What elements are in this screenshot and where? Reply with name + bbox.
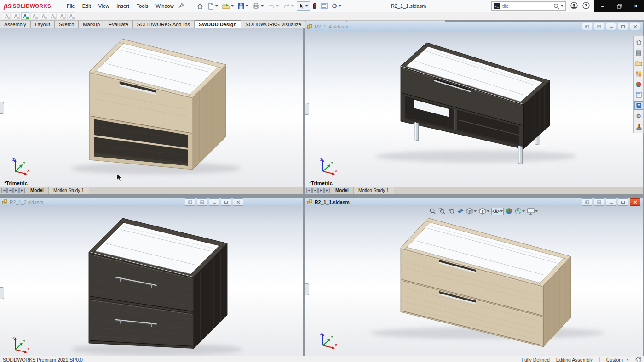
quickbar-a-tool-icon[interactable]: A [40,12,47,20]
print-button[interactable] [251,2,265,10]
cabinet-model-oak-drawers[interactable] [305,206,643,356]
new-document-button[interactable] [207,2,219,11]
close-viewport-button[interactable] [630,198,640,206]
viewport-titlebar[interactable]: R2_1_4.sldasm [305,22,643,31]
task-list-icon[interactable] [320,2,329,10]
minimize-window-button[interactable]: – [594,0,611,12]
viewport-canvas[interactable]: Z Y X [305,206,643,356]
pin-menu-icon[interactable] [178,3,184,9]
previous-view-icon[interactable] [447,207,455,215]
edit-appearance-icon[interactable] [505,207,513,215]
feature-pane-handle[interactable] [305,103,309,115]
resources-home-icon[interactable] [635,38,643,46]
command-tab[interactable]: SWOOD Design [195,20,242,28]
command-tab[interactable]: Evaluate [104,20,133,28]
pane-button-2[interactable] [197,198,207,206]
custom-properties-icon[interactable] [635,91,643,99]
pane-button-1[interactable] [582,23,592,30]
design-library-icon[interactable] [635,49,643,57]
cabinet-model-dark-legs[interactable] [305,31,643,187]
search-box[interactable]: >_ tile [491,1,566,11]
restore-window-button[interactable] [611,0,627,12]
swood-options-gears-icon[interactable]: ⚙ [635,112,643,120]
cabinet-model-dark-drawers[interactable] [0,206,303,356]
zoom-to-area-icon[interactable] [438,207,446,215]
viewport-titlebar-active[interactable]: R2_1_1.sldasm [305,198,643,206]
view-orientation-icon[interactable] [466,207,477,215]
apply-scene-icon[interactable] [514,207,525,215]
command-tab[interactable]: Layout [31,20,55,28]
command-tab[interactable]: SOLIDWORKS Visualize [241,20,305,28]
menu-item[interactable]: View [95,3,113,9]
command-tab[interactable]: Assembly [0,20,31,28]
menu-item[interactable]: File [63,3,79,9]
zoom-to-fit-icon[interactable] [429,207,437,215]
hide-show-items-icon[interactable] [491,208,504,215]
quickbar-a-tool-icon[interactable]: A [30,12,38,20]
pane-button-1[interactable] [185,198,196,206]
open-document-button[interactable] [221,2,235,11]
view-palette-icon[interactable] [635,70,643,78]
search-icon[interactable] [553,3,559,9]
model-tab[interactable]: Motion Study 1 [49,187,89,194]
quickbar-a-tool-icon[interactable]: A [3,12,11,20]
restore-viewport-button[interactable] [221,198,231,206]
redo-button[interactable] [282,2,295,10]
configuration-selector[interactable]: Custom [606,357,629,362]
feature-pane-handle[interactable] [0,287,4,299]
command-tab[interactable]: Markup [79,20,104,28]
feature-pane-handle[interactable] [0,102,4,114]
minimize-viewport-button[interactable] [606,198,616,206]
search-input[interactable]: tile [502,3,553,9]
close-viewport-button[interactable] [233,198,243,206]
stoplight-icon[interactable] [311,2,318,11]
options-gear-button[interactable]: ⚙ [330,2,343,10]
quickbar-a-tool-icon[interactable]: A [12,12,20,20]
pane-button-1[interactable] [582,198,592,206]
command-tab[interactable]: Sketch [55,20,79,28]
restore-viewport-button[interactable] [618,198,628,206]
file-explorer-icon[interactable] [635,59,643,67]
viewport-titlebar[interactable]: R2_1_2.sldasm [0,198,303,206]
tag-icon[interactable] [635,357,641,362]
minimize-viewport-button[interactable] [606,23,616,30]
quickbar-a-tool-icon[interactable]: A [49,12,57,20]
close-window-button[interactable]: ✕ [627,0,644,12]
viewport-canvas[interactable]: Z Y X *Trimetric [0,28,303,187]
model-tab-nav[interactable]: ◀◀▶▶ [0,187,26,194]
save-button[interactable] [236,2,250,10]
cabinet-model-oak-shelf[interactable] [0,28,303,187]
section-view-icon[interactable] [456,207,464,215]
minimize-viewport-button[interactable] [209,198,219,206]
model-tab[interactable]: Model [331,187,354,194]
menu-item[interactable]: Window [152,3,178,9]
quickbar-a-tool-icon[interactable]: A [67,12,75,20]
menu-item[interactable]: Edit [79,3,95,9]
close-viewport-button[interactable] [630,23,640,30]
swood-machining-tool-icon[interactable] [635,123,643,130]
model-tab[interactable]: Model [26,187,49,194]
appearances-scenes-icon[interactable] [635,80,643,88]
quickbar-a-tool-icon[interactable]: A [21,12,29,20]
help-icon[interactable]: ? [582,2,590,10]
menu-item[interactable]: Tools [133,3,152,9]
viewport-canvas[interactable]: Z Y X [0,206,303,356]
search-options-caret[interactable] [561,5,564,7]
command-tab[interactable]: SOLIDWORKS Add-Ins [133,20,195,28]
view-settings-icon[interactable] [527,208,538,215]
menu-item[interactable]: Insert [113,3,133,9]
feature-pane-handle[interactable] [305,283,309,295]
quickbar-a-tool-icon[interactable]: A [58,12,66,20]
user-account-icon[interactable] [570,2,578,10]
restore-viewport-button[interactable] [618,23,628,30]
viewport-canvas[interactable]: Z Y X *Trimetric [305,31,643,187]
undo-button[interactable] [266,2,280,10]
home-button[interactable] [195,2,205,11]
display-style-icon[interactable] [478,207,490,215]
select-tool-button[interactable] [297,1,310,11]
model-tab[interactable]: Motion Study 1 [354,187,394,194]
pane-button-2[interactable] [594,198,604,206]
pane-button-2[interactable] [594,23,604,30]
swood-library-icon[interactable] [635,102,643,109]
model-tab-nav[interactable]: ◀◀▶▶ [305,187,331,194]
